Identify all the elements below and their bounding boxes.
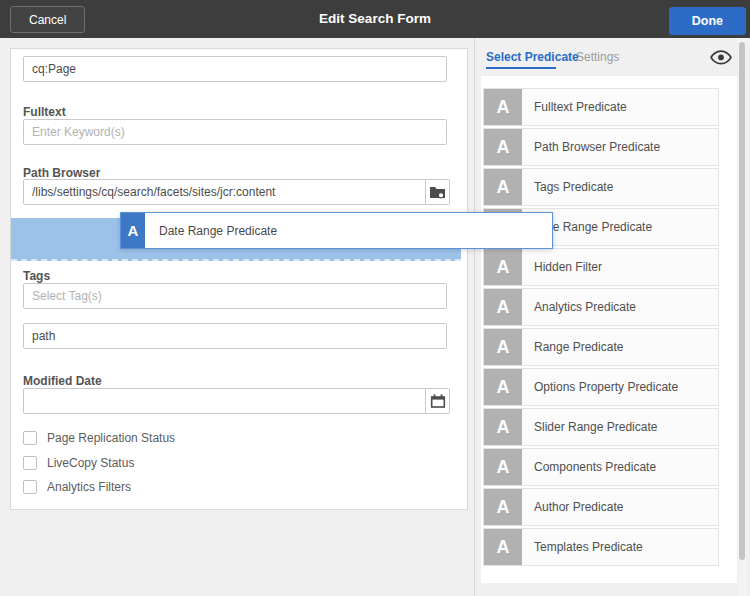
predicate-label: Path Browser Predicate: [522, 129, 660, 165]
tags-label: Tags: [23, 269, 50, 283]
path-browser-label: Path Browser: [23, 166, 100, 180]
active-tab-underline: [486, 67, 556, 69]
modified-date-input[interactable]: [23, 388, 426, 414]
predicate-icon: A: [484, 409, 522, 445]
predicate-label: Slider Range Predicate: [522, 409, 657, 445]
path-browser-input[interactable]: [23, 179, 426, 205]
predicate-label: Author Predicate: [522, 489, 623, 525]
preview-eye-icon[interactable]: [710, 49, 732, 67]
date-picker-button[interactable]: [426, 388, 450, 414]
predicate-label: Templates Predicate: [522, 529, 643, 565]
predicate-icon: A: [484, 129, 522, 165]
property-input[interactable]: [23, 323, 447, 349]
tab-select-predicate[interactable]: Select Predicate: [486, 50, 579, 64]
calendar-icon: [430, 394, 446, 408]
predicate-item-analytics[interactable]: A Analytics Predicate: [483, 288, 719, 326]
predicate-label: Hidden Filter: [522, 249, 602, 285]
path-browser-row: [23, 179, 450, 205]
predicate-icon: A: [484, 289, 522, 325]
predicate-label: Fulltext Predicate: [522, 89, 627, 125]
predicate-item-slider-range[interactable]: A Slider Range Predicate: [483, 408, 719, 446]
predicate-label: Range Predicate: [522, 329, 623, 365]
predicate-icon: A: [484, 369, 522, 405]
predicate-label: Tags Predicate: [522, 169, 613, 205]
livecopy-status-checkbox[interactable]: [23, 456, 37, 470]
analytics-filters-checkbox[interactable]: [23, 480, 37, 494]
tab-settings[interactable]: Settings: [576, 50, 619, 64]
predicate-label: Components Predicate: [522, 449, 656, 485]
drag-ghost-card[interactable]: A Date Range Predicate: [120, 212, 553, 249]
predicate-icon: A: [484, 89, 522, 125]
page-replication-status-checkbox[interactable]: [23, 431, 37, 445]
checkbox-label: LiveCopy Status: [47, 456, 134, 470]
fulltext-label: Fulltext: [23, 105, 66, 119]
predicate-icon: A: [484, 529, 522, 565]
predicate-icon: A: [484, 249, 522, 285]
folder-search-icon: [429, 185, 446, 199]
predicate-item-tags[interactable]: A Tags Predicate: [483, 168, 719, 206]
predicate-item-author[interactable]: A Author Predicate: [483, 488, 719, 526]
cancel-button[interactable]: Cancel: [10, 6, 85, 33]
predicate-icon: A: [484, 449, 522, 485]
page-title: Edit Search Form: [0, 0, 750, 38]
predicate-item-path-browser[interactable]: A Path Browser Predicate: [483, 128, 719, 166]
path-picker-button[interactable]: [426, 179, 450, 205]
search-form-panel: Fulltext Path Browser Tags Modified Date: [10, 48, 468, 510]
modified-date-row: [23, 388, 450, 414]
fulltext-input[interactable]: [23, 119, 447, 145]
top-bar: Edit Search Form Cancel Done: [0, 0, 750, 38]
checkbox-label: Analytics Filters: [47, 480, 131, 494]
modified-date-label: Modified Date: [23, 374, 102, 388]
predicate-label: Options Property Predicate: [522, 369, 678, 405]
predicate-icon: A: [484, 329, 522, 365]
predicate-label: Analytics Predicate: [522, 289, 636, 325]
predicate-icon: A: [484, 169, 522, 205]
predicate-item-hidden-filter[interactable]: A Hidden Filter: [483, 248, 719, 286]
scrollbar-thumb[interactable]: [739, 42, 745, 560]
edit-search-form-dialog: Edit Search Form Cancel Done Fulltext Pa…: [0, 0, 750, 596]
done-button[interactable]: Done: [669, 7, 746, 35]
predicate-item-fulltext[interactable]: A Fulltext Predicate: [483, 88, 719, 126]
panel-divider: [474, 38, 475, 596]
predicate-icon: A: [484, 489, 522, 525]
checkbox-row: LiveCopy Status: [23, 456, 134, 470]
drag-ghost-label: Date Range Predicate: [145, 213, 277, 248]
checkbox-label: Page Replication Status: [47, 431, 175, 445]
predicate-item-templates[interactable]: A Templates Predicate: [483, 528, 719, 566]
checkbox-row: Analytics Filters: [23, 480, 131, 494]
checkbox-row: Page Replication Status: [23, 431, 175, 445]
predicate-item-options-property[interactable]: A Options Property Predicate: [483, 368, 719, 406]
predicate-item-range[interactable]: A Range Predicate: [483, 328, 719, 366]
predicate-list: A Fulltext Predicate A Path Browser Pred…: [483, 88, 719, 568]
predicate-item-components[interactable]: A Components Predicate: [483, 448, 719, 486]
resource-type-input[interactable]: [23, 56, 447, 82]
drag-predicate-icon: A: [121, 213, 145, 248]
tags-input[interactable]: [23, 283, 447, 309]
